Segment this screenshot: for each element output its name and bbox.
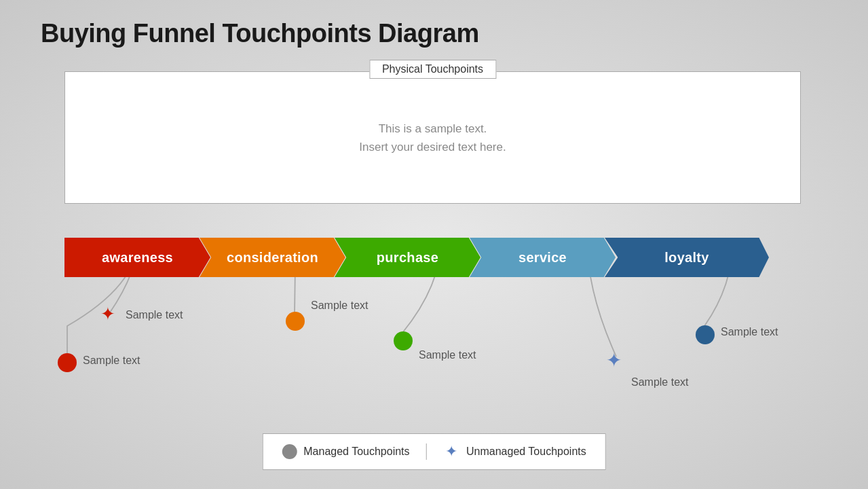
touchpoint-label-tp5: Sample text: [631, 376, 688, 388]
legend-managed: Managed Touchpoints: [282, 444, 409, 459]
legend-managed-icon: [282, 444, 297, 459]
touchpoint-blue-star: ✦: [606, 349, 622, 372]
touchpoint-label-tp6: Sample text: [721, 326, 778, 338]
touchpoint-red-star: ✦: [100, 304, 115, 325]
legend-unmanaged-label: Unmanaged Touchpoints: [466, 446, 586, 458]
touchpoint-label-tp1: Sample text: [83, 355, 140, 367]
funnel-stage-awareness: awareness: [64, 238, 210, 277]
touchpoint-label-tp4: Sample text: [419, 349, 476, 361]
physical-touchpoints-text: This is a sample text. Insert your desir…: [359, 119, 506, 156]
touchpoint-label-tp3: Sample text: [311, 300, 368, 312]
funnel-stage-service: service: [470, 238, 616, 277]
touchpoint-darkblue-circle: [696, 325, 715, 344]
touchpoint-green-circle: [394, 331, 413, 350]
legend-unmanaged: ✦ Unmanaged Touchpoints: [443, 443, 586, 460]
physical-touchpoints-box: Physical Touchpoints This is a sample te…: [64, 71, 801, 204]
touchpoint-red-circle: [58, 353, 77, 372]
funnel-stage-loyalty: loyalty: [605, 238, 769, 277]
page-title: Buying Funnel Touchpoints Diagram: [41, 19, 479, 48]
legend: Managed Touchpoints ✦ Unmanaged Touchpoi…: [262, 433, 605, 470]
physical-touchpoints-label: Physical Touchpoints: [369, 60, 496, 79]
touchpoint-label-tp2: Sample text: [126, 309, 183, 321]
funnel-stage-purchase: purchase: [335, 238, 480, 277]
legend-divider: [426, 443, 428, 460]
funnel-stage-consideration: consideration: [200, 238, 345, 277]
legend-unmanaged-icon: ✦: [443, 443, 459, 460]
legend-managed-label: Managed Touchpoints: [303, 446, 409, 458]
funnel-row: awareness consideration purchase service…: [64, 238, 801, 277]
touchpoint-orange-circle: [286, 312, 305, 331]
